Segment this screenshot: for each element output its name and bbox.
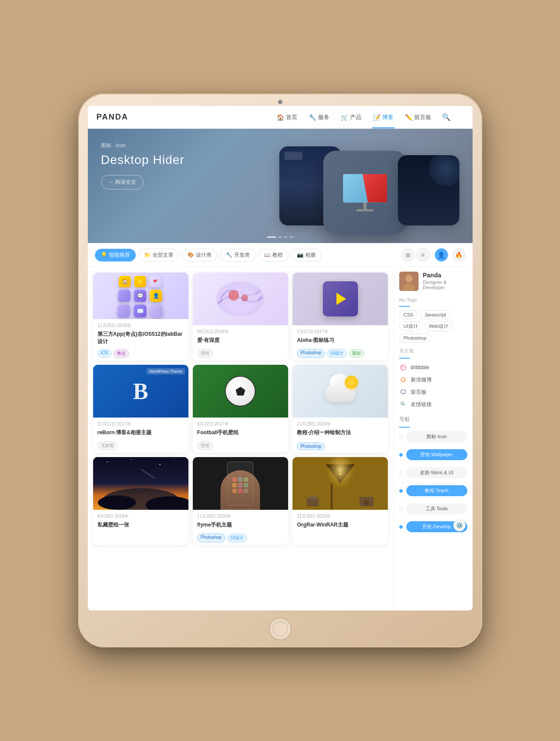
svg-point-6 [98, 495, 136, 510]
profile-info: Panda Designer &Developer [423, 272, 447, 290]
hero-card-main [323, 151, 407, 234]
profile-name: Panda [423, 272, 447, 279]
nav-dot-skins [399, 471, 403, 475]
article-card-3[interactable]: 2月27日·2017年 Aloha·图标练习 Photoshop UI设计 图标 [293, 272, 388, 360]
nav-btn-skins[interactable]: 皮肤·Skins & UI [406, 467, 467, 478]
card-title-6: 教程·介绍一种绘制方法 [297, 429, 383, 436]
main-content: 🏠 ⭐ 🚩 💬 👤 ✉️ 11月26日·2018年 [88, 267, 473, 610]
tag-qidian[interactable]: 奇点 [113, 349, 129, 358]
tag-ps-8[interactable]: Photoshop [197, 534, 225, 542]
my-tags-label: My Tags [399, 297, 467, 302]
wordpress-b-icon: B [133, 378, 148, 404]
nav-item-product[interactable]: 🛒 产品 [340, 106, 362, 128]
follow-guestbook[interactable]: 留言板 [399, 386, 467, 398]
tag-web[interactable]: Web设计 [425, 321, 453, 331]
filter-bar: 💡 智能推荐 📁 全部文章 🎨 设计类 🔧 开发类 📖 教程 📷 相册 [88, 243, 473, 267]
nav-item-blog[interactable]: 📝 博客 [372, 106, 394, 128]
card-meta-8: 11月20日·2015年 flyme手机主题 [193, 510, 288, 532]
article-card-4[interactable]: WordPress Theme B 11月11日·2017年 reBorn·博客… [93, 365, 188, 453]
hero-card-right: · · · ·· · · · [398, 155, 459, 225]
keyboard-keys: 🏠 ⭐ 🚩 💬 👤 ✉️ [117, 276, 164, 318]
follow-friends[interactable]: 友情链接 [399, 398, 467, 410]
article-card-9[interactable]: 11月20日·2015年 OrgRar·WinRAR主题 [293, 457, 388, 545]
wrench-icon: 🔧 [226, 252, 232, 258]
nav-line-1 [402, 444, 403, 448]
nav-btn-tools[interactable]: 工具·Tools [406, 503, 467, 514]
tags-underline [399, 306, 410, 307]
nav-item-service[interactable]: 🔧 服务 [308, 106, 330, 128]
camera-icon: 📷 [297, 252, 303, 258]
nav-list-item-icon: 图标·Icon [399, 431, 467, 442]
tag-wallpaper-2[interactable]: 壁纸 [197, 349, 213, 358]
tag-ps-6[interactable]: Photoshop [297, 443, 325, 450]
gear-button[interactable]: ⚙️ [453, 519, 466, 531]
flame-icon-btn[interactable]: 🔥 [452, 248, 466, 262]
tag-js[interactable]: Javascript [420, 310, 451, 319]
football-icon [225, 376, 256, 407]
monitor-screen [343, 174, 387, 203]
card-thumb-7 [93, 457, 188, 510]
search-button[interactable]: 🔍 [442, 113, 451, 121]
tag-wallpaper-5[interactable]: 壁纸 [197, 441, 213, 450]
article-card-5[interactable]: 4月22日·2017年 Football手机壁纸 壁纸 [193, 365, 288, 453]
user-icon-btn[interactable]: 👤 [435, 248, 448, 262]
article-card-2[interactable]: 9月24日·2018年 爱·有深度 壁纸 [193, 272, 288, 360]
nav-btn-icon[interactable]: 图标·Icon [406, 431, 467, 442]
key-flag: 🚩 [149, 276, 162, 287]
card-date-3: 2月27日·2017年 [297, 329, 383, 335]
tag-ui[interactable]: UI设计 [399, 321, 423, 331]
card-tags-5: 壁纸 [193, 440, 288, 453]
card-thumb-9 [293, 457, 388, 510]
film-reel-icon [323, 281, 358, 316]
tag-ps-3[interactable]: Photoshop [297, 349, 325, 358]
tag-ios[interactable]: iOS [98, 349, 112, 358]
card-thumb-3 [293, 272, 388, 325]
blog-icon: 📝 [373, 114, 380, 121]
tag-icon-3[interactable]: 图标 [349, 349, 365, 358]
tag-css[interactable]: CSS [399, 310, 418, 319]
avatar [399, 272, 419, 291]
article-card-7[interactable]: 4月16日·2016年 私藏壁纸一张 [93, 457, 188, 545]
nav-btn-wallpaper[interactable]: 壁纸·Wallpaper [406, 449, 467, 460]
monitor-base [356, 209, 374, 211]
filter-smart-recommend[interactable]: 💡 智能推荐 [95, 249, 136, 262]
article-card-6[interactable]: 11月28日·2015年 教程·介绍一种绘制方法 Photoshop [293, 365, 388, 453]
nav-dot-tools [399, 507, 403, 511]
svg-point-23 [405, 275, 412, 283]
tag-ui-3[interactable]: UI设计 [327, 349, 347, 358]
grid-view-btn[interactable]: ⊞ [401, 248, 415, 262]
hero-images: ▓▓▓▓▓▓▓▓▓▓▓▓▓▓ · · · ·· · · [288, 138, 455, 234]
follow-dribbble[interactable]: dribbble [399, 361, 467, 374]
article-card-8[interactable]: 11月20日·2015年 flyme手机主题 Photoshop UI设计 [193, 457, 288, 545]
card-title-2: 爱·有深度 [197, 337, 284, 344]
tag-notag-4[interactable]: 无标签 [98, 441, 118, 450]
nav-item-home[interactable]: 🏠 首页 [276, 106, 298, 128]
key-empty1 [118, 290, 131, 302]
list-view-btn[interactable]: ≡ [416, 248, 430, 262]
ipad-home-button[interactable] [269, 618, 292, 640]
hero-read-btn[interactable]: → 阅读全文 [101, 175, 144, 189]
svg-point-10 [159, 464, 160, 465]
filter-album[interactable]: 📷 相册 [291, 249, 322, 262]
nav-connector-4 [401, 498, 467, 501]
card-tags-4: 无标签 [93, 440, 188, 453]
nav-line-2 [402, 462, 403, 466]
nav-btn-teach[interactable]: 教程·Teach [406, 485, 467, 496]
card-tags-1: iOS 奇点 [93, 347, 188, 360]
tags-row: CSS Javascript UI设计 Web设计 Photoshop [399, 310, 467, 342]
filter-all[interactable]: 📁 全部文章 [138, 249, 179, 262]
card-title-7: 私藏壁纸一张 [98, 521, 184, 529]
nav-item-guestbook[interactable]: ✏️ 留言板 [404, 106, 432, 128]
follow-underline [399, 358, 410, 359]
filter-tutorial[interactable]: 📖 教程 [258, 249, 289, 262]
article-card-1[interactable]: 🏠 ⭐ 🚩 💬 👤 ✉️ 11月26日·2018年 [93, 272, 188, 360]
key-empty3 [150, 305, 163, 317]
tag-ui-8[interactable]: UI设计 [227, 534, 247, 542]
tag-photoshop[interactable]: Photoshop [399, 334, 431, 342]
card-title-4: reBorn·博客&相册主题 [98, 429, 184, 436]
follow-weibo[interactable]: 新浪微博 [399, 374, 467, 386]
filter-design[interactable]: 🎨 设计类 [182, 249, 217, 262]
monitor-cape [363, 174, 387, 203]
key-msg: ✉️ [134, 305, 147, 317]
filter-dev[interactable]: 🔧 开发类 [220, 249, 256, 262]
